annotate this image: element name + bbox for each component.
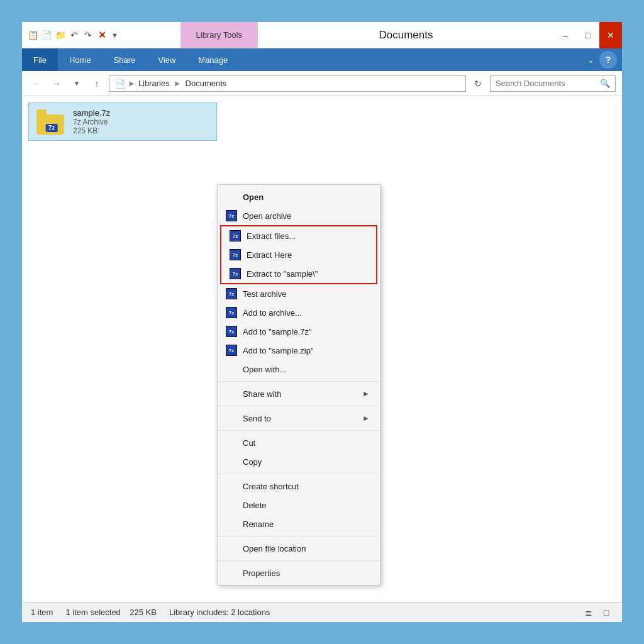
ctx-extract-files-label: Extract files... xyxy=(247,231,296,241)
content-area: 7z sample.7z 7z Archive 225 KB Open 7z O… xyxy=(22,96,622,602)
view-large-icon[interactable]: □ xyxy=(599,606,613,619)
ctx-share-with[interactable]: Share with ► xyxy=(218,384,380,403)
status-library-info: Library includes: 2 locations xyxy=(169,608,270,617)
ctx-delete[interactable]: Delete xyxy=(218,496,380,514)
undo-icon[interactable]: ↶ xyxy=(69,30,80,41)
search-box[interactable]: 🔍 xyxy=(490,75,616,92)
ctx-extract-to-label: Extract to "sample\" xyxy=(247,269,318,279)
ctx-cut[interactable]: Cut xyxy=(218,433,380,452)
ctx-open-icon xyxy=(225,191,238,203)
ctx-create-shortcut-label: Create shortcut xyxy=(243,482,299,491)
ctx-rename-icon xyxy=(225,518,238,530)
ctx-delete-icon xyxy=(225,499,238,511)
refresh-button[interactable]: ↻ xyxy=(470,75,486,92)
ctx-cut-label: Cut xyxy=(243,438,255,448)
ctx-share-with-icon xyxy=(225,387,238,400)
path-libraries[interactable]: Libraries xyxy=(138,79,170,88)
ctx-sep-2 xyxy=(218,406,380,406)
ctx-open-file-location[interactable]: Open file location xyxy=(218,539,380,558)
ctx-open[interactable]: Open xyxy=(218,187,380,206)
address-bar: ← → ▼ ↑ 📄 ► Libraries ► Documents ↻ 🔍 xyxy=(22,71,622,96)
path-documents[interactable]: Documents xyxy=(186,79,227,88)
cancel-icon[interactable]: ✕ xyxy=(96,30,108,41)
ctx-add-samplezip-label: Add to "sample.zip" xyxy=(243,346,314,355)
ctx-open-label: Open xyxy=(243,192,264,202)
ctx-copy-label: Copy xyxy=(243,457,262,467)
menu-file[interactable]: File xyxy=(22,48,58,71)
ctx-test-archive-icon: 7z xyxy=(225,287,238,300)
folder-tab xyxy=(36,109,47,114)
maximize-button[interactable]: □ xyxy=(577,22,599,48)
ctx-add-archive[interactable]: 7z Add to archive... xyxy=(218,303,380,322)
status-count: 1 item xyxy=(31,608,53,617)
ctx-delete-label: Delete xyxy=(243,501,267,510)
minimize-button[interactable]: – xyxy=(554,22,577,48)
ctx-extract-to-icon: 7z xyxy=(229,267,242,280)
context-menu: Open 7z Open archive 7z Extract files...… xyxy=(217,184,380,586)
redo-icon[interactable]: ↷ xyxy=(82,30,94,41)
ctx-add-archive-icon: 7z xyxy=(225,306,238,319)
ctx-extract-here-icon: 7z xyxy=(229,248,242,261)
menu-view[interactable]: View xyxy=(147,48,187,71)
ctx-create-shortcut-icon xyxy=(225,480,238,492)
ctx-create-shortcut[interactable]: Create shortcut xyxy=(218,477,380,496)
ctx-open-archive[interactable]: 7z Open archive xyxy=(218,206,380,225)
ctx-extract-files[interactable]: 7z Extract files... xyxy=(221,226,376,245)
explorer-window: 📋 📄 📁 ↶ ↷ ✕ ▼ Library Tools Documents – … xyxy=(20,20,624,624)
ctx-sep-5 xyxy=(218,536,380,536)
nav-dropdown-button[interactable]: ▼ xyxy=(69,75,85,92)
folder-icon[interactable]: 📄 xyxy=(41,30,52,41)
ctx-add-sample7z[interactable]: 7z Add to "sample.7z" xyxy=(218,322,380,341)
back-button[interactable]: ← xyxy=(28,75,45,92)
ctx-send-to-label: Send to xyxy=(243,414,271,423)
ctx-properties[interactable]: Properties xyxy=(218,564,380,582)
ctx-add-samplezip[interactable]: 7z Add to "sample.zip" xyxy=(218,341,380,360)
ctx-send-to-icon xyxy=(225,412,238,425)
menu-share[interactable]: Share xyxy=(103,48,147,71)
orange-folder-icon[interactable]: 📁 xyxy=(55,30,66,41)
ctx-open-with[interactable]: Open with... xyxy=(218,360,380,379)
ctx-sep-4 xyxy=(218,474,380,474)
ctx-rename[interactable]: Rename xyxy=(218,514,380,533)
menu-chevron[interactable]: ⌄ xyxy=(582,55,599,65)
help-button[interactable]: ? xyxy=(599,51,617,69)
search-input[interactable] xyxy=(496,79,597,88)
status-selected: 1 item selected 225 KB xyxy=(65,608,157,617)
ctx-add-samplezip-icon: 7z xyxy=(225,344,238,357)
status-view-icons: ≣ □ xyxy=(582,606,613,619)
ctx-extract-group: 7z Extract files... 7z Extract Here 7z E… xyxy=(220,225,377,284)
path-icon: 📄 xyxy=(114,79,125,89)
ctx-add-archive-label: Add to archive... xyxy=(243,308,302,318)
file-type: 7z Archive xyxy=(73,118,110,126)
view-details-icon[interactable]: ≣ xyxy=(582,606,596,619)
ctx-test-archive[interactable]: 7z Test archive xyxy=(218,284,380,303)
ctx-rename-label: Rename xyxy=(243,519,274,529)
path-separator: ► xyxy=(174,79,182,88)
menu-home[interactable]: Home xyxy=(58,48,103,71)
file-item[interactable]: 7z sample.7z 7z Archive 225 KB xyxy=(28,103,217,141)
ctx-extract-to[interactable]: 7z Extract to "sample\" xyxy=(221,264,376,283)
ctx-extract-here-label: Extract Here xyxy=(247,250,292,260)
ctx-open-with-label: Open with... xyxy=(243,365,286,374)
up-button[interactable]: ↑ xyxy=(89,75,105,92)
ctx-send-to[interactable]: Send to ► xyxy=(218,409,380,428)
window-title: Documents xyxy=(258,22,554,48)
search-icon: 🔍 xyxy=(600,79,610,88)
forward-button[interactable]: → xyxy=(48,75,65,92)
ctx-copy-icon xyxy=(225,455,238,468)
address-path[interactable]: 📄 ► Libraries ► Documents xyxy=(109,75,466,92)
doc-icon[interactable]: 📋 xyxy=(27,30,38,41)
ctx-share-with-arrow: ► xyxy=(362,389,370,398)
ctx-copy[interactable]: Copy xyxy=(218,452,380,471)
ctx-open-file-location-label: Open file location xyxy=(243,544,306,553)
ctx-extract-here[interactable]: 7z Extract Here xyxy=(221,245,376,264)
toolbar-dropdown[interactable]: ▼ xyxy=(110,31,119,39)
ctx-sep-3 xyxy=(218,430,380,431)
menu-manage[interactable]: Manage xyxy=(187,48,239,71)
close-button[interactable]: ✕ xyxy=(599,22,622,48)
title-bar-left: 📋 📄 📁 ↶ ↷ ✕ ▼ xyxy=(22,22,180,48)
path-arrow: ► xyxy=(128,79,136,88)
ctx-test-archive-label: Test archive xyxy=(243,289,286,299)
file-badge: 7z xyxy=(46,124,58,132)
library-tools-tab: Library Tools xyxy=(180,22,258,48)
